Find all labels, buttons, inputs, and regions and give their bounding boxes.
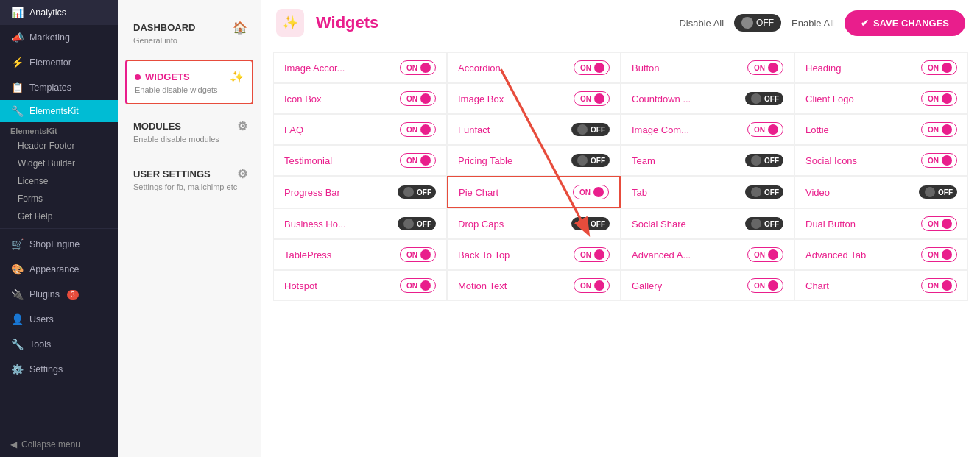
widget-toggle[interactable]: ON (574, 247, 610, 262)
widget-name: Funfact (458, 124, 490, 135)
widget-cell-0-0[interactable]: Image Accor...ON (273, 52, 447, 83)
widget-toggle[interactable]: ON (921, 247, 957, 262)
widget-cell-6-0[interactable]: TablePressON (273, 239, 447, 270)
widget-toggle[interactable]: OFF (571, 154, 610, 167)
widget-cell-0-1[interactable]: AccordionON (447, 52, 621, 83)
sidebar-sub-header-footer[interactable]: Header Footer (0, 137, 118, 155)
widget-cell-7-1[interactable]: Motion TextON (447, 270, 621, 301)
widget-cell-7-0[interactable]: HotspotON (273, 270, 447, 301)
widget-cell-1-0[interactable]: Icon BoxON (273, 83, 447, 114)
widget-toggle[interactable]: ON (747, 278, 783, 293)
widget-toggle[interactable]: ON (921, 122, 957, 137)
sidebar-item-shopengine[interactable]: 🛒 ShopEngine (0, 232, 118, 257)
widget-cell-2-2[interactable]: Image Com...ON (621, 114, 794, 145)
widget-toggle[interactable]: OFF (398, 217, 436, 230)
widget-toggle[interactable]: OFF (919, 185, 957, 199)
widget-cell-1-3[interactable]: Client LogoON (794, 83, 968, 114)
widget-cell-4-2[interactable]: TabOFF (621, 176, 794, 208)
widget-toggle[interactable]: ON (400, 153, 436, 168)
sidebar-item-appearance[interactable]: 🎨 Appearance (0, 257, 118, 282)
middle-item-dashboard[interactable]: DASHBOARD 🏠 General info (118, 10, 261, 55)
middle-item-user-settings[interactable]: USER SETTINGS ⚙ Settings for fb, mailchi… (118, 157, 261, 202)
toggle-dot (403, 219, 414, 229)
widget-cell-5-2[interactable]: Social ShareOFF (621, 208, 794, 239)
widget-toggle[interactable]: OFF (745, 185, 783, 199)
widget-toggle[interactable]: ON (400, 278, 436, 293)
widget-cell-2-1[interactable]: FunfactOFF (447, 114, 621, 145)
widget-toggle[interactable]: ON (921, 60, 957, 75)
widget-cell-0-2[interactable]: ButtonON (621, 52, 794, 83)
sidebar-item-elementskit[interactable]: 🔧 ElementsKit (0, 100, 118, 122)
widget-toggle[interactable]: OFF (745, 217, 783, 230)
sidebar-item-plugins[interactable]: 🔌 Plugins 3 (0, 282, 118, 307)
widget-cell-5-3[interactable]: Dual ButtonON (794, 208, 968, 239)
widget-toggle[interactable]: OFF (398, 185, 436, 199)
enable-all-button[interactable]: Enable All (792, 18, 834, 29)
widget-toggle[interactable]: ON (921, 153, 957, 168)
widget-cell-2-0[interactable]: FAQON (273, 114, 447, 145)
sidebar-item-tools[interactable]: 🔧 Tools (0, 332, 118, 357)
toggle-dot (420, 249, 431, 260)
toggle-label: ON (579, 188, 591, 196)
global-toggle[interactable]: OFF (734, 14, 781, 32)
widget-cell-5-1[interactable]: Drop CapsOFF (447, 208, 621, 239)
widget-cell-6-3[interactable]: Advanced TabON (794, 239, 968, 270)
widget-cell-1-2[interactable]: Countdown ...OFF (621, 83, 794, 114)
widget-toggle[interactable]: ON (574, 278, 610, 293)
widget-cell-6-1[interactable]: Back To TopON (447, 239, 621, 270)
sidebar-sub-license[interactable]: License (0, 172, 118, 190)
disable-all-button[interactable]: Disable All (679, 18, 724, 29)
widget-toggle[interactable]: OFF (745, 92, 783, 105)
widget-toggle[interactable]: ON (747, 247, 783, 262)
sidebar-sub-get-help[interactable]: Get Help (0, 208, 118, 225)
sidebar-item-label: Appearance (29, 264, 79, 274)
widget-toggle[interactable]: ON (400, 122, 436, 137)
sidebar-item-elementor[interactable]: ⚡ Elementor (0, 50, 118, 75)
sidebar-item-templates[interactable]: 📋 Templates (0, 75, 118, 100)
widget-toggle[interactable]: ON (574, 60, 610, 75)
widget-toggle[interactable]: ON (574, 91, 610, 106)
widget-cell-4-0[interactable]: Progress BarOFF (273, 176, 447, 208)
sidebar-sub-widget-builder[interactable]: Widget Builder (0, 155, 118, 172)
widget-toggle[interactable]: ON (400, 247, 436, 262)
widget-cell-7-2[interactable]: GalleryON (621, 270, 794, 301)
widget-cell-6-2[interactable]: Advanced A...ON (621, 239, 794, 270)
widget-toggle[interactable]: OFF (745, 154, 783, 167)
sidebar-item-label: Plugins (29, 289, 60, 300)
middle-item-widgets[interactable]: WIDGETS ✨ Enable disable widgets (125, 60, 253, 104)
collapse-menu[interactable]: ◀ Collapse menu (0, 432, 118, 457)
widget-toggle[interactable]: OFF (571, 123, 610, 136)
widget-cell-3-2[interactable]: TeamOFF (621, 145, 794, 176)
widget-cell-4-1[interactable]: Pie ChartON (447, 176, 621, 208)
save-changes-button[interactable]: ✔ SAVE CHANGES (845, 10, 965, 36)
widget-toggle[interactable]: ON (747, 122, 783, 137)
widget-cell-7-3[interactable]: ChartON (794, 270, 968, 301)
widget-name: Business Ho... (284, 219, 346, 230)
widget-cell-3-1[interactable]: Pricing TableOFF (447, 145, 621, 176)
main-area: ✨ Widgets Disable All OFF Enable All ✔ S… (261, 0, 980, 457)
widget-toggle[interactable]: ON (573, 185, 609, 199)
toggle-label: ON (928, 126, 939, 134)
sidebar-item-settings[interactable]: ⚙️ Settings (0, 357, 118, 382)
widget-toggle[interactable]: ON (921, 278, 957, 293)
widget-toggle[interactable]: OFF (571, 217, 610, 230)
sidebar-item-analytics[interactable]: 📊 Analytics (0, 0, 118, 25)
widget-toggle[interactable]: ON (400, 60, 436, 75)
widget-cell-2-3[interactable]: LottieON (794, 114, 968, 145)
middle-item-modules[interactable]: MODULES ⚙ Enable disable modules (118, 109, 261, 154)
widget-cell-1-1[interactable]: Image BoxON (447, 83, 621, 114)
toggle-dot (942, 124, 952, 135)
toggle-dot (420, 155, 431, 166)
widget-toggle[interactable]: ON (921, 216, 957, 231)
widget-toggle[interactable]: ON (747, 60, 783, 75)
widget-toggle[interactable]: ON (400, 91, 436, 106)
sidebar-sub-forms[interactable]: Forms (0, 190, 118, 208)
sidebar-item-users[interactable]: 👤 Users (0, 307, 118, 332)
widget-toggle[interactable]: ON (921, 91, 957, 106)
widget-cell-3-0[interactable]: TestimonialON (273, 145, 447, 176)
widget-cell-0-3[interactable]: HeadingON (794, 52, 968, 83)
widget-cell-4-3[interactable]: VideoOFF (794, 176, 968, 208)
sidebar-item-marketing[interactable]: 📣 Marketing (0, 25, 118, 50)
widget-cell-3-3[interactable]: Social IconsON (794, 145, 968, 176)
widget-cell-5-0[interactable]: Business Ho...OFF (273, 208, 447, 239)
